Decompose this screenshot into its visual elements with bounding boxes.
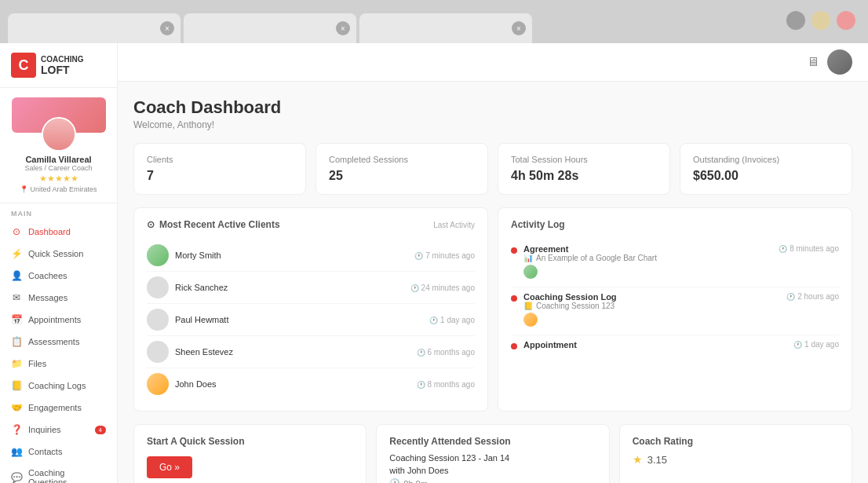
profile-stars: ★★★★★ xyxy=(39,174,78,184)
sidebar-item-messages[interactable]: ✉ Messages xyxy=(0,287,117,309)
appointments-icon: 📅 xyxy=(11,314,22,325)
client-avatar-0 xyxy=(147,244,169,266)
middle-two-col: ⊙ Most Recent Active Clients Last Activi… xyxy=(133,207,852,412)
profile-section: Camilla Villareal Sales / Career Coach ★… xyxy=(0,88,117,203)
client-time-3: 🕐 6 months ago xyxy=(417,348,475,357)
client-item-2[interactable]: Paul Hewmatt 🕐 1 day ago xyxy=(147,304,475,336)
client-name-0: Morty Smith xyxy=(175,251,408,260)
activity-time-1: 🕐 2 hours ago xyxy=(786,292,839,330)
sidebar-item-coaching-questions[interactable]: 💬 Coaching Questions xyxy=(0,463,117,483)
sidebar-section-label: MAIN xyxy=(0,203,117,221)
client-avatar-1 xyxy=(147,276,169,298)
activity-item-2: Appointment 📅 Coaching Session Follow Up… xyxy=(511,335,839,349)
clients-title-text: Most Recent Active Clients xyxy=(159,219,280,230)
client-item-1[interactable]: Rick Sanchez 🕐 24 minutes ago xyxy=(147,272,475,304)
activity-time-2: 🕐 1 day ago xyxy=(793,340,839,349)
sidebar-item-contacts[interactable]: 👥 Contacts xyxy=(0,441,117,463)
clients-meta: Last Activity xyxy=(433,221,475,229)
activity-content-1: Coaching Session Log 📒 Coaching Session … xyxy=(523,292,780,330)
sidebar: C COACHING LOFT Camilla Villareal Sales … xyxy=(0,43,118,483)
sidebar-item-coaching-logs[interactable]: 📒 Coaching Logs xyxy=(0,375,117,397)
main-content: Coach Dashboard Welcome, Anthony! Client… xyxy=(118,82,868,483)
clock-icon-4: 🕐 xyxy=(417,381,425,389)
sidebar-label-quick-session: Quick Session xyxy=(28,249,83,258)
sidebar-item-appointments[interactable]: 📅 Appointments xyxy=(0,309,117,331)
session-time: 🕐 0h 0m xyxy=(389,478,596,483)
sidebar-label-contacts: Contacts xyxy=(28,447,62,456)
avatar-image xyxy=(43,119,75,150)
browser-tab-1[interactable]: × xyxy=(8,13,181,43)
stat-invoices-label: Outstanding (Invoices) xyxy=(693,155,839,164)
client-avatar-3 xyxy=(147,341,169,363)
sidebar-item-files[interactable]: 📁 Files xyxy=(0,353,117,375)
profile-role: Sales / Career Coach xyxy=(24,164,92,172)
profile-name: Camilla Villareal xyxy=(25,155,91,164)
location-text: United Arab Emirates xyxy=(30,185,97,193)
inquiries-badge: 4 xyxy=(95,426,106,434)
tab-close-3[interactable]: × xyxy=(512,21,526,35)
sidebar-label-assessments: Assessments xyxy=(28,337,79,346)
tab-close-1[interactable]: × xyxy=(160,21,174,35)
go-button[interactable]: Go » xyxy=(147,456,192,478)
browser-tab-2[interactable]: × xyxy=(184,13,356,43)
top-header: 🖥 xyxy=(118,43,868,82)
sidebar-item-inquiries[interactable]: ❓ Inquiries 4 xyxy=(0,419,117,441)
clock-icon-3: 🕐 xyxy=(417,349,425,357)
activity-log-header: Activity Log xyxy=(511,219,839,230)
stat-hours-value: 4h 50m 28s xyxy=(511,169,657,183)
dashboard-icon: ⊙ xyxy=(11,226,22,237)
client-time-1: 🕐 24 minutes ago xyxy=(410,284,475,292)
monitor-icon[interactable]: 🖥 xyxy=(807,55,819,69)
circle-pink xyxy=(837,11,855,30)
three-col-row: Start A Quick Session Go » Recently Atte… xyxy=(133,424,852,483)
client-avatar-4 xyxy=(147,373,169,395)
app-container: C COACHING LOFT Camilla Villareal Sales … xyxy=(0,43,868,483)
client-item-3[interactable]: Sheen Estevez 🕐 6 months ago xyxy=(147,336,475,368)
recent-session-title: Recently Attended Session xyxy=(389,436,596,447)
sidebar-label-coachees: Coachees xyxy=(28,271,67,280)
stat-clients: Clients 7 xyxy=(133,143,306,195)
coaching-questions-icon: 💬 xyxy=(11,472,22,483)
stat-invoices-value: $650.00 xyxy=(693,169,839,183)
sidebar-label-coaching-questions: Coaching Questions xyxy=(28,468,106,483)
quick-session-card: Start A Quick Session Go » xyxy=(133,424,367,483)
session-name: Coaching Session 123 - Jan 14 xyxy=(389,453,596,463)
sidebar-label-dashboard: Dashboard xyxy=(28,227,71,236)
header-icons: 🖥 xyxy=(807,49,852,75)
browser-tabs: × × × xyxy=(0,0,868,43)
sidebar-label-coaching-logs: Coaching Logs xyxy=(28,381,86,390)
messages-icon: ✉ xyxy=(11,292,22,303)
client-item-0[interactable]: Morty Smith 🕐 7 minutes ago xyxy=(147,240,475,272)
sidebar-item-engagements[interactable]: 🤝 Engagements xyxy=(0,397,117,419)
client-item-4[interactable]: John Does 🕐 8 months ago xyxy=(147,368,475,400)
activity-dot-1 xyxy=(511,295,517,302)
tab-close-2[interactable]: × xyxy=(336,21,350,35)
logo-icon: C xyxy=(11,53,36,78)
activity-log-card: Activity Log Agreement 📊 An Example of a… xyxy=(498,207,852,412)
session-time-icon: 🕐 xyxy=(389,478,400,483)
stat-hours-label: Total Session Hours xyxy=(511,155,657,164)
browser-tab-3[interactable]: × xyxy=(359,13,532,43)
activity-time-0: 🕐 8 minutes ago xyxy=(779,244,839,282)
files-icon: 📁 xyxy=(11,358,22,369)
sidebar-item-dashboard[interactable]: ⊙ Dashboard xyxy=(0,221,117,243)
activity-sub-icon-1: 📒 xyxy=(523,302,533,310)
coachees-icon: 👤 xyxy=(11,270,22,281)
user-avatar-header[interactable] xyxy=(827,49,852,75)
sidebar-item-quick-session[interactable]: ⚡ Quick Session xyxy=(0,243,117,265)
circle-yellow xyxy=(811,11,830,30)
stat-sessions: Completed Sessions 25 xyxy=(315,143,488,195)
engagements-icon: 🤝 xyxy=(11,402,22,413)
profile-location: 📍 United Arab Emirates xyxy=(20,185,97,193)
clock-icon-0: 🕐 xyxy=(414,252,423,260)
client-name-2: Paul Hewmatt xyxy=(175,315,423,324)
recent-session-card: Recently Attended Session Coaching Sessi… xyxy=(376,424,609,483)
main-area: 🖥 Coach Dashboard Welcome, Anthony! Clie… xyxy=(118,43,868,483)
activity-content-2: Appointment 📅 Coaching Session Follow Up xyxy=(523,340,787,349)
sidebar-item-coachees[interactable]: 👤 Coachees xyxy=(0,265,117,287)
assessments-icon: 📋 xyxy=(11,336,22,347)
activity-item-1: Coaching Session Log 📒 Coaching Session … xyxy=(511,287,839,335)
sidebar-item-assessments[interactable]: 📋 Assessments xyxy=(0,331,117,353)
sidebar-label-inquiries: Inquiries xyxy=(28,425,61,434)
quick-session-icon: ⚡ xyxy=(11,248,22,259)
